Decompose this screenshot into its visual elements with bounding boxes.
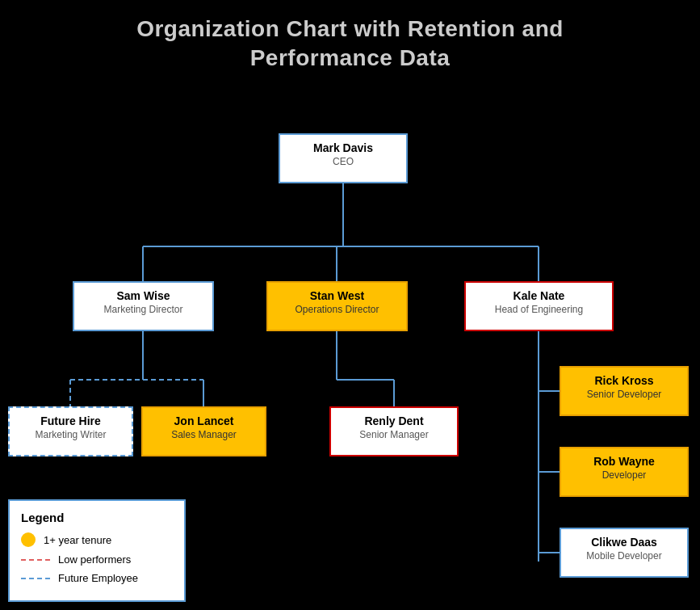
node-stanwest-role: Operations Director	[276, 304, 398, 315]
node-jonlancet-name: Jon Lancet	[151, 414, 257, 427]
node-rickkross-role: Senior Developer	[569, 389, 679, 400]
node-clikwedaas[interactable]: Clikwe Daas Mobile Developer	[560, 528, 689, 578]
node-kalenate[interactable]: Kale Nate Head of Engineering	[464, 281, 614, 331]
node-clikwedaas-role: Mobile Developer	[569, 550, 679, 562]
legend: Legend 1+ year tenure Low performers Fut…	[8, 499, 186, 602]
node-futurehire-role: Marketing Writer	[18, 429, 124, 440]
node-clikwedaas-name: Clikwe Daas	[569, 536, 679, 549]
legend-future-label: Future Employee	[58, 572, 138, 584]
node-jonlancet[interactable]: Jon Lancet Sales Manager	[141, 406, 266, 456]
node-samwise-role: Marketing Director	[82, 304, 204, 315]
legend-item-future: Future Employee	[21, 572, 168, 584]
node-renlydent[interactable]: Renly Dent Senior Manager	[329, 406, 459, 456]
chart-title: Organization Chart with Retention and Pe…	[0, 0, 700, 74]
node-renlydent-name: Renly Dent	[339, 414, 449, 427]
node-samwise-name: Sam Wise	[82, 289, 204, 302]
legend-item-tenure: 1+ year tenure	[21, 532, 168, 547]
legend-dashed-red-icon	[21, 559, 50, 561]
node-ceo-name: Mark Davis	[288, 141, 398, 154]
legend-title: Legend	[21, 511, 168, 524]
node-rickkross[interactable]: Rick Kross Senior Developer	[560, 366, 689, 416]
legend-tenure-label: 1+ year tenure	[44, 534, 111, 546]
node-stanwest-name: Stan West	[276, 289, 398, 302]
node-robwayne-role: Developer	[569, 469, 679, 481]
node-ceo-role: CEO	[288, 156, 398, 167]
node-rickkross-name: Rick Kross	[569, 374, 679, 387]
node-renlydent-role: Senior Manager	[339, 429, 449, 440]
node-futurehire[interactable]: Future Hire Marketing Writer	[8, 406, 133, 456]
node-robwayne-name: Rob Wayne	[569, 455, 679, 468]
node-kalenate-role: Head of Engineering	[474, 304, 604, 315]
chart-container: Organization Chart with Retention and Pe…	[0, 0, 700, 610]
node-robwayne[interactable]: Rob Wayne Developer	[560, 447, 689, 497]
legend-dashed-blue-icon	[21, 578, 50, 579]
node-kalenate-name: Kale Nate	[474, 289, 604, 302]
node-stanwest[interactable]: Stan West Operations Director	[266, 281, 408, 331]
node-futurehire-name: Future Hire	[18, 414, 124, 427]
node-ceo[interactable]: Mark Davis CEO	[279, 133, 408, 183]
legend-circle-icon	[21, 532, 36, 547]
node-samwise[interactable]: Sam Wise Marketing Director	[73, 281, 214, 331]
legend-item-lowperf: Low performers	[21, 553, 168, 566]
legend-lowperf-label: Low performers	[58, 553, 131, 566]
node-jonlancet-role: Sales Manager	[151, 429, 257, 440]
